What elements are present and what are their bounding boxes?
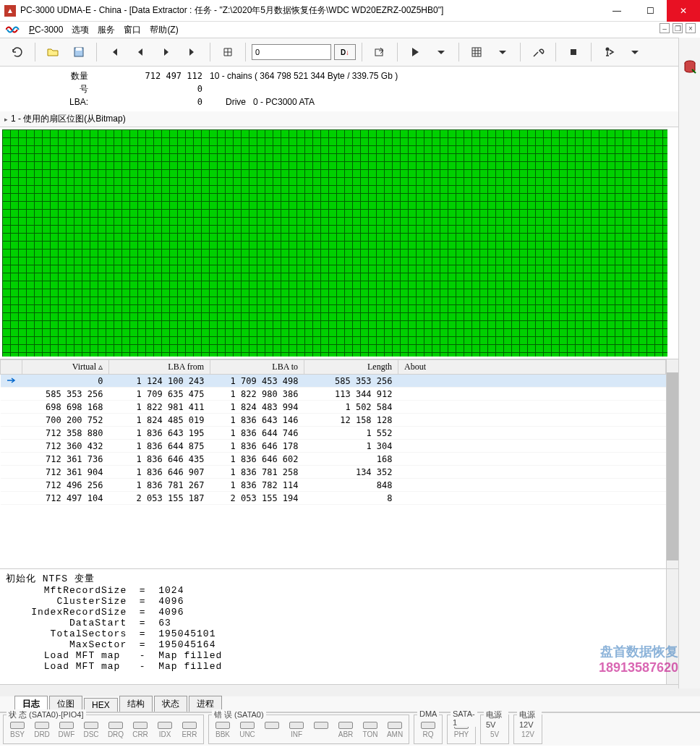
last-button[interactable]: [181, 41, 204, 63]
led-DSC: [84, 722, 98, 729]
menu-service[interactable]: 服务: [98, 24, 115, 36]
status-group1: 状 态 (SATA0)-[PIO4]BSYDRDDWFDSCDRQCRRIDXE…: [3, 715, 204, 744]
log-scrollbar-v[interactable]: [666, 569, 678, 684]
window-title: PC-3000 UDMA-E - China - [Data Extractor…: [20, 4, 600, 17]
mdi-minimize[interactable]: –: [660, 23, 670, 33]
led-BBK: [215, 722, 230, 729]
led-CRR: [133, 722, 148, 729]
led-INF: [289, 722, 304, 729]
grid2-button[interactable]: [465, 41, 488, 63]
table-row[interactable]: 712 496 2561 836 781 2671 836 782 114848: [1, 479, 666, 492]
table-row[interactable]: 700 200 7521 824 485 0191 836 643 14612 …: [1, 414, 666, 427]
status-group5: 电源 5V5V: [480, 715, 509, 744]
led-DRD: [35, 722, 49, 729]
exit-button[interactable]: [597, 41, 620, 63]
status-bar: 状 态 (SATA0)-[PIO4]BSYDRDDWFDSCDRQCRRIDXE…: [0, 712, 700, 746]
close-button[interactable]: ✕: [667, 0, 700, 22]
grid2-dropdown[interactable]: [491, 41, 514, 63]
info-panel: 数量 712 497 112 10 - chains ( 364 798 521…: [0, 67, 700, 111]
bitmap-section-header[interactable]: 1 - 使用的扇区位图(从Bitmap): [0, 111, 700, 127]
led-TON: [363, 722, 377, 729]
table-row[interactable]: 712 361 7361 836 646 4351 836 646 602168: [1, 453, 666, 466]
table-row[interactable]: 712 358 8801 836 643 1951 836 644 7461 5…: [1, 427, 666, 440]
drive-label: Drive: [210, 97, 253, 107]
num-value: 0: [94, 84, 210, 94]
stop-button[interactable]: [562, 41, 585, 63]
led-DRQ: [108, 722, 123, 729]
maximize-button[interactable]: ☐: [633, 0, 667, 22]
status-group2: 错 误 (SATA0)BBKUNCINFABRTONAMN: [208, 715, 409, 744]
status-group4: SATA-1PHY: [447, 715, 476, 744]
lba-label: LBA:: [7, 97, 94, 107]
mdi-close[interactable]: ×: [686, 23, 696, 33]
database-icon[interactable]: [682, 59, 698, 77]
led-ERR: [182, 722, 197, 729]
log-area: 初始化 NTFS 变量 MftRecordSize = 1024 Cluster…: [0, 569, 666, 684]
bitmap-grid[interactable]: [2, 129, 667, 357]
toolbar: D↓: [0, 38, 700, 67]
play-dropdown[interactable]: [430, 41, 453, 63]
mdi-restore[interactable]: ❐: [673, 23, 683, 33]
led-AMN: [388, 722, 402, 729]
count-desc: 10 - chains ( 364 798 521 344 Byte / 339…: [210, 71, 693, 81]
logo-icon: [6, 24, 20, 35]
exit-dropdown[interactable]: [623, 41, 646, 63]
menu-pc3000[interactable]: PC-3000: [29, 25, 63, 35]
col-about[interactable]: About: [398, 360, 666, 375]
table-row[interactable]: 01 124 100 2431 709 453 498585 353 256: [1, 375, 666, 388]
bitmap-area[interactable]: [0, 127, 700, 359]
menu-window[interactable]: 窗口: [124, 24, 141, 36]
open-button[interactable]: [41, 41, 64, 63]
log-scrollbar-h[interactable]: [0, 684, 700, 696]
status-group6: 电源 12V12V: [513, 715, 542, 744]
address-input[interactable]: [252, 44, 331, 60]
led-RQ: [421, 722, 435, 729]
led-BSY: [10, 722, 25, 729]
svg-point-5: [606, 48, 610, 51]
count-value: 712 497 112: [94, 71, 210, 81]
svg-rect-3: [472, 48, 481, 56]
led-: [265, 722, 279, 729]
table-row[interactable]: 585 353 2561 709 635 4751 822 980 386113…: [1, 388, 666, 401]
refresh-button[interactable]: [6, 41, 29, 63]
tab-bar: 日志位图HEX结构状态进程: [0, 696, 700, 712]
table-scrollbar[interactable]: [666, 359, 678, 568]
col-lba-to[interactable]: LBA to: [210, 360, 304, 375]
minimize-button[interactable]: —: [600, 0, 633, 22]
table-row[interactable]: 712 361 9041 836 646 9071 836 781 258134…: [1, 466, 666, 479]
col-length[interactable]: Length: [304, 360, 398, 375]
chain-table: Virtual ▵ LBA from LBA to Length About 0…: [0, 359, 666, 505]
right-sidebar: [678, 38, 700, 688]
tab-结构[interactable]: 结构: [119, 696, 153, 712]
status-group3: DMARQ: [414, 715, 443, 744]
col-lba-from[interactable]: LBA from: [109, 360, 210, 375]
tab-状态[interactable]: 状态: [154, 696, 187, 712]
titlebar: ▲ PC-3000 UDMA-E - China - [Data Extract…: [0, 0, 700, 22]
svg-rect-4: [571, 49, 576, 55]
export-button[interactable]: [368, 41, 391, 63]
menu-help[interactable]: 帮助(Z): [150, 24, 178, 36]
play-button[interactable]: [404, 41, 427, 63]
grid-button[interactable]: [216, 41, 239, 63]
led-ABR: [338, 722, 353, 729]
table-row[interactable]: 712 497 1042 053 155 1872 053 155 1948: [1, 492, 666, 505]
svg-rect-1: [76, 48, 82, 51]
table-row[interactable]: 698 698 1681 822 981 4111 824 483 9941 5…: [1, 401, 666, 414]
tab-HEX[interactable]: HEX: [84, 698, 118, 712]
led-UNC: [240, 722, 255, 729]
col-virtual[interactable]: Virtual ▵: [22, 360, 109, 375]
prev-button[interactable]: [129, 41, 152, 63]
num-label: 号: [7, 83, 94, 95]
table-row[interactable]: 712 360 4321 836 644 8751 836 646 1781 3…: [1, 440, 666, 453]
next-button[interactable]: [155, 41, 178, 63]
led-DWF: [59, 722, 74, 729]
direction-indicator[interactable]: D↓: [334, 44, 356, 60]
menu-options[interactable]: 选项: [72, 24, 89, 36]
save-button[interactable]: [67, 41, 90, 63]
first-button[interactable]: [103, 41, 126, 63]
drive-value: 0 - PC3000 ATA: [253, 97, 315, 107]
tools-button[interactable]: [526, 41, 550, 63]
led-: [314, 722, 328, 729]
count-label: 数量: [7, 70, 94, 82]
led-IDX: [158, 722, 172, 729]
